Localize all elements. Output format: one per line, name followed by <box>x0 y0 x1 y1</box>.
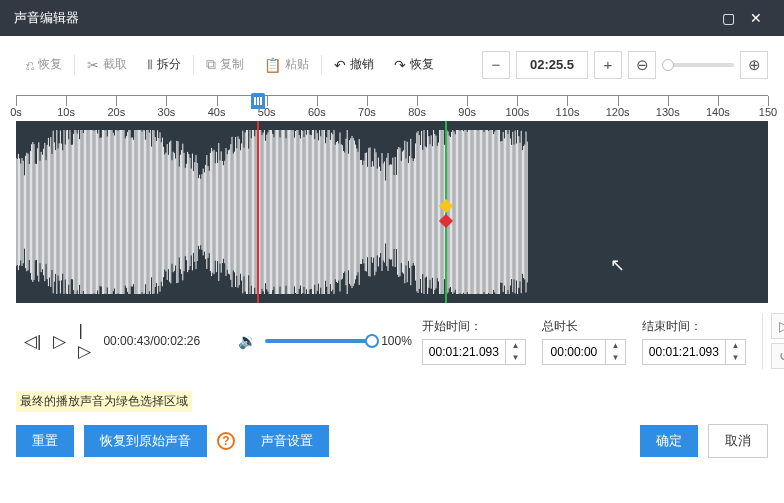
ok-button[interactable]: 确定 <box>640 425 698 457</box>
waveform-area[interactable]: ↖ <box>16 121 768 303</box>
toolbar: ⎌恢复 ✂截取 ⦀拆分 ⧉复制 📋粘贴 ↶撤销 ↷恢复 − 02:25.5 + … <box>16 50 768 79</box>
playhead-line <box>257 121 259 303</box>
reset-button[interactable]: 重置 <box>16 425 74 457</box>
paste-icon: 📋 <box>264 57 281 73</box>
playback-time: 00:00:43/00:02:26 <box>103 334 200 348</box>
end-time-input[interactable]: ▲▼ <box>642 339 746 365</box>
volume-slider[interactable] <box>265 339 373 343</box>
spin-down-icon[interactable]: ▼ <box>606 352 625 364</box>
start-time-label: 开始时间： <box>422 318 526 335</box>
restore-original-button[interactable]: 恢复到原始声音 <box>84 425 207 457</box>
hint-text: 最终的播放声音为绿色选择区域 <box>16 391 192 412</box>
duration-label: 总时长 <box>542 318 626 335</box>
duration-input[interactable]: ▲▼ <box>542 339 626 365</box>
step-back-button[interactable]: ◁| <box>24 331 41 352</box>
zoom-slider[interactable] <box>662 63 734 67</box>
volume-percent: 100% <box>381 334 412 348</box>
step-forward-button[interactable]: |▷ <box>78 321 91 362</box>
redo-button[interactable]: ↷恢复 <box>384 50 444 79</box>
spin-up-icon[interactable]: ▲ <box>506 340 525 352</box>
cut-button: ✂截取 <box>77 50 137 79</box>
play-selection-button[interactable]: ▷ <box>771 313 784 339</box>
start-time-input[interactable]: ▲▼ <box>422 339 526 365</box>
maximize-button[interactable]: ▢ <box>714 10 742 26</box>
playhead-handle[interactable] <box>251 93 265 109</box>
minus-button[interactable]: − <box>482 51 510 79</box>
cancel-button[interactable]: 取消 <box>708 424 768 458</box>
volume-icon[interactable]: 🔉 <box>238 332 257 350</box>
time-ruler[interactable]: 0s10s20s30s40s50s60s70s80s90s100s110s120… <box>16 95 768 121</box>
plus-button[interactable]: + <box>594 51 622 79</box>
window-title: 声音编辑器 <box>14 9 79 27</box>
undo-button[interactable]: ↶撤销 <box>324 50 384 79</box>
zoom-out-button[interactable]: ⊖ <box>628 51 656 79</box>
copy-button: ⧉复制 <box>196 50 254 79</box>
play-button[interactable]: ▷ <box>53 331 66 352</box>
spin-up-icon[interactable]: ▲ <box>726 340 745 352</box>
end-time-label: 结束时间： <box>642 318 746 335</box>
time-display: 02:25.5 <box>516 51 588 79</box>
close-button[interactable]: ✕ <box>742 10 770 26</box>
spin-down-icon[interactable]: ▼ <box>506 352 525 364</box>
sound-settings-button[interactable]: 声音设置 <box>245 425 329 457</box>
zoom-in-button[interactable]: ⊕ <box>740 51 768 79</box>
split-button[interactable]: ⦀拆分 <box>137 50 191 79</box>
split-icon: ⦀ <box>147 56 153 73</box>
spin-down-icon[interactable]: ▼ <box>726 352 745 364</box>
spin-up-icon[interactable]: ▲ <box>606 340 625 352</box>
help-icon[interactable]: ? <box>217 432 235 450</box>
copy-icon: ⧉ <box>206 56 216 73</box>
loop-button[interactable]: ↺ <box>771 343 784 369</box>
cursor-icon: ↖ <box>610 254 625 276</box>
paste-button: 📋粘贴 <box>254 50 319 79</box>
undo-icon: ↶ <box>334 57 346 73</box>
restore-icon: ⎌ <box>26 57 34 73</box>
restore-button: ⎌恢复 <box>16 50 72 79</box>
redo-icon: ↷ <box>394 57 406 73</box>
waveform <box>16 121 768 303</box>
scissors-icon: ✂ <box>87 57 99 73</box>
